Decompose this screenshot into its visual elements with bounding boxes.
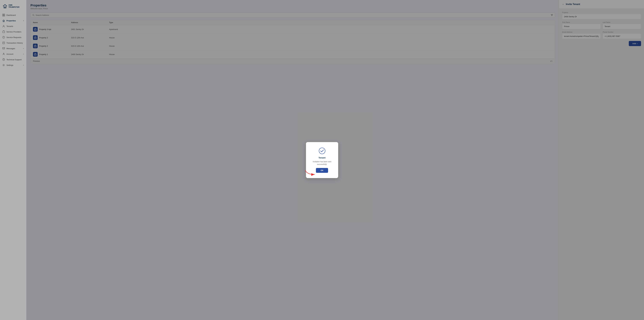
modal-overlay: Tenant Invitation has been sent successf… bbox=[0, 0, 644, 320]
success-icon bbox=[318, 147, 326, 154]
modal-title: Tenant bbox=[318, 156, 326, 159]
ok-button[interactable]: OK bbox=[316, 168, 328, 173]
success-modal: Tenant Invitation has been sent successf… bbox=[306, 142, 338, 178]
svg-point-44 bbox=[319, 148, 325, 154]
modal-message: Invitation has been sent successfully! bbox=[312, 160, 332, 166]
